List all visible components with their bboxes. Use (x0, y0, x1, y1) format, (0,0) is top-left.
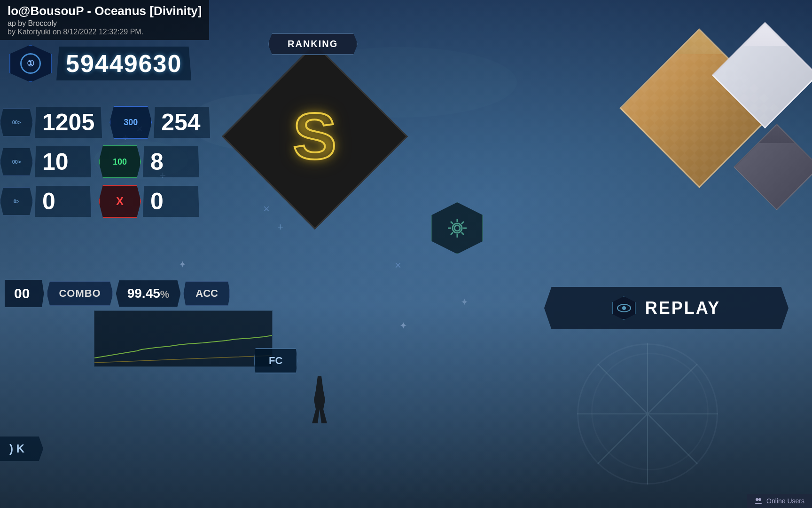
svg-point-15 (756, 498, 758, 501)
eye-icon-svg (617, 303, 631, 313)
silhouette-figure (310, 376, 329, 423)
hit-count-100r: 8 (143, 146, 199, 177)
deco-plus-3: + (277, 221, 283, 233)
users-icon (754, 497, 763, 505)
acc-label: ACC (183, 281, 230, 306)
deco-x-3: × (395, 259, 401, 272)
song-title: lo@BousouP - Oceanus [Divinity] (8, 4, 202, 18)
hit-count-100: 10 (35, 146, 91, 177)
hit-row-100: 00> 10 100 8 (0, 143, 268, 181)
svg-point-4 (454, 225, 460, 231)
bottom-stats: 00 COMBO 99.45% ACC (0, 280, 296, 307)
gear-icon (445, 216, 469, 240)
online-users-bar[interactable]: Online Users (747, 494, 812, 508)
svg-line-11 (461, 222, 464, 224)
hits-section: 00> 1205 300 254 00> 10 100 8 0> 0 X 0 (0, 103, 268, 222)
hit-badge-100: 100 (99, 145, 141, 178)
ferris-wheel-svg (577, 343, 718, 484)
hit-left-badge-miss: 0> (0, 187, 33, 215)
hit-count-miss2: 0 (143, 186, 199, 217)
replay-label: REPLAY (645, 298, 721, 318)
svg-line-10 (461, 232, 464, 235)
score-row: ① 59449630 (0, 45, 273, 82)
grade-diamond: S (249, 71, 381, 202)
hit-left-badge-300: 00> (0, 108, 33, 136)
hit-badge-300: 300 (109, 106, 152, 139)
svg-point-16 (758, 498, 761, 501)
score-value: 59449630 (56, 47, 191, 80)
online-users-label: Online Users (766, 497, 804, 505)
svg-line-9 (451, 222, 453, 224)
hit-left-badge-100: 00> (0, 148, 33, 176)
char-art-fill-br (734, 143, 812, 210)
graph-svg (94, 311, 273, 367)
replay-eye-icon (612, 296, 636, 320)
svg-line-12 (451, 232, 453, 235)
fc-badge: FC (254, 348, 297, 373)
hit-count-300: 1205 (35, 107, 102, 138)
hit-count-300r: 254 (154, 107, 210, 138)
rank-ring: ① (20, 53, 41, 74)
k-badge: ) K (0, 437, 43, 461)
combo-left-value: 00 (5, 280, 44, 307)
grade-s-letter: S (293, 103, 336, 169)
rank-badge: ① (9, 45, 52, 82)
play-info: by Katoriyuki on 8/12/2022 12:32:29 PM. (8, 28, 202, 36)
character-art (586, 42, 812, 216)
hit-badge-x: X (99, 185, 141, 218)
acc-value: 99.45% (116, 280, 181, 307)
svg-point-14 (622, 306, 626, 310)
grade-diamond-inner: S (222, 43, 408, 230)
ranking-button[interactable]: RANKING (268, 33, 358, 55)
hit-row-miss: 0> 0 X 0 (0, 183, 268, 220)
score-panel: ① 59449630 (0, 45, 273, 86)
header-panel: lo@BousouP - Oceanus [Divinity] ap by Br… (0, 0, 209, 40)
replay-button[interactable]: REPLAY (544, 287, 789, 329)
map-credit: ap by Broccoly (8, 19, 202, 28)
hit-count-miss: 0 (35, 186, 91, 217)
performance-graph (94, 310, 273, 367)
combo-label: COMBO (47, 281, 113, 306)
